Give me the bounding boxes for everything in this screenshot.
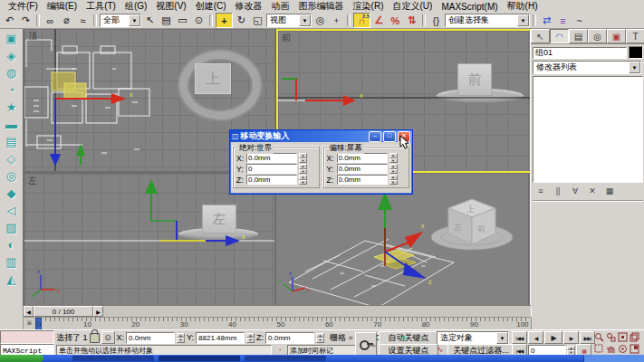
percent-snap-icon[interactable]: % [388,14,403,27]
zoom-all-icon[interactable] [605,331,617,343]
zoom-extents-icon[interactable] [617,331,629,343]
menu-item[interactable]: 文件(F) [4,0,43,13]
off-y-spinner[interactable]: ▲▼ [389,164,398,174]
set-key-big-button[interactable] [355,332,377,356]
viewport-top-label[interactable]: 顶 [28,30,37,43]
start-button[interactable] [0,355,43,362]
rect-selection-region-icon[interactable]: ▭ [175,14,190,27]
redo-icon[interactable]: ↷ [18,14,34,27]
taskbar-item-active[interactable] [159,356,240,361]
taskbar-item[interactable] [245,356,326,361]
left-toolbar-icon[interactable]: ▬ [3,116,21,133]
menu-item[interactable]: 修改器 [231,0,267,13]
play-button[interactable]: ▶ [544,331,562,344]
spinner-snap-icon[interactable]: ⇅ [404,14,419,27]
curve-editor-icon[interactable]: ~ [572,14,587,27]
off-x-field[interactable] [337,153,388,163]
off-y-field[interactable] [337,164,388,174]
undo-icon[interactable]: ↶ [2,14,17,27]
left-toolbar-icon[interactable]: ◆ [3,185,21,202]
menu-item[interactable]: 创建(C) [191,0,231,13]
listener-macro-line[interactable] [0,330,54,344]
selection-filter-dropdown[interactable]: 全部 ▼ [100,14,141,27]
left-toolbar-icon[interactable]: ◔ [3,81,21,99]
configure-modifier-sets-icon[interactable]: ▦ [601,185,618,197]
tab-utilities-icon[interactable]: T [626,29,644,43]
tab-motion-icon[interactable]: ◎ [588,29,607,43]
dialog-titlebar[interactable]: ◫ 移动变换输入 – □ ✕ [230,130,412,142]
left-toolbar-icon[interactable]: ◁ [3,202,21,219]
time-slider-handle[interactable]: 0 / 100 [34,306,93,317]
menu-item[interactable]: 工具(T) [82,0,120,13]
modifier-stack-list[interactable] [533,76,643,183]
angle-snap-icon[interactable]: ∠ [371,14,387,27]
mirror-icon[interactable]: ⇄ [539,14,554,27]
go-to-start-icon[interactable]: |◀◀ [512,331,527,344]
left-toolbar-icon[interactable]: ◍ [3,64,21,81]
viewport-left-label[interactable]: 左 [28,175,37,187]
bind-spacewarp-icon[interactable]: ≈ [75,14,91,27]
menu-item[interactable]: 视图(V) [151,0,190,13]
transform-gizmo-toggle-icon[interactable]: ⊙ [101,331,115,344]
menu-item[interactable]: 组(G) [120,0,151,13]
select-by-name-icon[interactable]: ▤ [159,14,174,27]
off-z-spinner[interactable]: ▲▼ [389,175,398,185]
named-selection-dropdown[interactable]: 创建选择集 ▼ [445,14,530,27]
arc-rotate-icon[interactable] [617,343,629,355]
selected-objects-dropdown[interactable]: 选定对象 ▼ [437,331,509,345]
previous-frame-icon[interactable]: ◀ [528,331,543,344]
coord-x-field[interactable]: 0.0mm [126,332,175,344]
left-toolbar-icon[interactable]: ▧ [3,219,21,236]
viewport-front-label[interactable]: 前 [282,32,291,44]
off-z-field[interactable] [337,175,388,185]
zoom-extents-all-icon[interactable] [629,331,640,343]
tab-hierarchy-icon[interactable]: ▤ [569,29,588,43]
make-unique-icon[interactable]: ∀ [567,185,583,197]
selection-lock-icon[interactable] [90,333,100,343]
taskbar-item[interactable] [72,356,154,361]
snap-toggle-25-button[interactable]: ∩2.5 [353,13,370,28]
named-selection-sets-icon[interactable]: {} [428,14,444,27]
abs-y-field[interactable] [246,164,297,174]
left-toolbar-icon[interactable]: ▤ [3,133,21,150]
menu-item[interactable]: 编辑(E) [43,0,82,13]
unlink-icon[interactable]: ⌀ [59,14,74,27]
coord-y-field[interactable]: 8821.48mm [196,332,245,344]
time-nudge-right-icon[interactable]: ▶ [93,306,103,317]
abs-z-field[interactable] [246,175,297,185]
region-zoom-icon[interactable] [593,343,605,355]
left-toolbar-icon[interactable]: ◇ [3,150,21,167]
remove-modifier-icon[interactable]: ✕ [584,185,601,197]
left-toolbar-icon[interactable]: ▥ [3,253,21,271]
scale-button[interactable]: ◱ [250,14,265,27]
left-toolbar-icon[interactable]: ▣ [3,30,21,47]
menu-item[interactable]: MAXScript(M) [437,2,502,12]
move-button[interactable]: + [216,13,233,28]
rotate-button[interactable]: ↻ [234,14,249,27]
frame-spinner[interactable]: ▲▼ [567,346,575,356]
minimize-button[interactable]: – [369,131,381,142]
next-frame-icon[interactable]: ▶ [563,331,579,344]
menu-item[interactable]: 动画 [267,0,294,13]
left-toolbar-icon[interactable]: ◭ [3,271,21,288]
time-nudge-left-icon[interactable]: ◀ [24,306,34,317]
menu-item[interactable]: 图形编辑器 [294,0,349,13]
coord-y-spinner[interactable]: ▲▼ [246,333,255,343]
min-max-toggle-icon[interactable] [629,343,640,355]
abs-z-spinner[interactable]: ▲▼ [299,175,307,185]
coord-z-spinner[interactable]: ▲▼ [316,333,324,343]
pin-stack-icon[interactable]: ≡ [533,185,549,197]
tab-display-icon[interactable]: ▣ [607,29,626,43]
use-pivot-center-icon[interactable]: ◎ [312,14,328,27]
menu-item[interactable]: 帮助(H) [503,0,543,13]
coord-z-field[interactable]: 0.0mm [265,332,314,344]
track-bar[interactable]: ≣ 0102030405060708090100 [23,317,532,330]
select-manipulate-icon[interactable]: + [329,14,344,27]
align-icon[interactable]: ≡ [555,14,571,27]
tab-create-icon[interactable]: ↖ [531,29,550,43]
select-link-icon[interactable]: ∞ [43,14,58,27]
left-toolbar-icon[interactable]: ◈ [3,47,21,64]
window-crossing-icon[interactable]: ⊙ [191,14,207,27]
abs-x-spinner[interactable]: ▲▼ [299,153,307,163]
abs-y-spinner[interactable]: ▲▼ [299,164,307,174]
